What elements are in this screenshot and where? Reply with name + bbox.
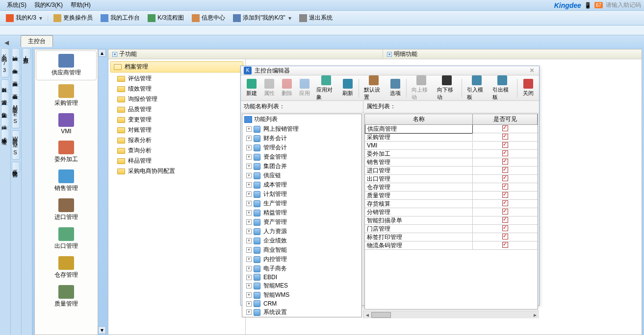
module-item[interactable]: 委外加工	[35, 138, 98, 167]
dtb-选项[interactable]: 选项	[386, 78, 404, 98]
tree-item[interactable]: 变更管理	[108, 115, 245, 125]
expand-icon[interactable]: +	[246, 173, 252, 178]
checkbox-icon[interactable]	[502, 200, 508, 206]
func-tree-item[interactable]: +内控管理	[242, 255, 361, 264]
expand-icon[interactable]: +	[246, 238, 252, 243]
expand-icon[interactable]: +	[246, 275, 252, 280]
vtab-prod-mgmt[interactable]: 生产管理	[12, 61, 20, 72]
dtb-向下移动[interactable]: 向下移动	[434, 74, 460, 102]
dtb-新建[interactable]: 新建	[243, 78, 260, 98]
vtab-myk3[interactable]: 我的K/3	[1, 48, 9, 77]
vtab-supply-chain[interactable]: 供应链	[1, 118, 9, 127]
dtb-刷新[interactable]: 刷新	[339, 78, 357, 98]
tree-item[interactable]: 采购电商协同配置	[108, 166, 245, 176]
func-tree-item[interactable]: +计划管理	[242, 190, 361, 199]
checkbox-icon[interactable]	[502, 150, 508, 156]
tb-add-to-myk3[interactable]: 添加到"我的K/3"	[230, 12, 294, 24]
tb-myk3[interactable]: 我的K/3	[3, 12, 45, 24]
prop-row[interactable]: VMI	[365, 142, 538, 150]
prop-visible[interactable]	[473, 192, 538, 199]
prop-visible[interactable]	[473, 234, 538, 241]
checkbox-icon[interactable]	[502, 184, 508, 190]
prop-row[interactable]: 物流条码管理	[365, 241, 538, 250]
expand-icon[interactable]: +	[246, 182, 252, 188]
dtb-引入模板[interactable]: 引入模板	[464, 74, 489, 102]
vtab-plan-mgmt[interactable]: 计划管理	[12, 48, 20, 59]
checkbox-icon[interactable]	[502, 234, 508, 239]
checkbox-icon[interactable]	[502, 209, 508, 215]
tree-item[interactable]: 评估管理	[108, 73, 245, 84]
func-tree-item[interactable]: +资产管理	[242, 217, 361, 227]
expand-icon[interactable]: +	[246, 257, 252, 262]
menu-help[interactable]: 帮助(H)	[67, 0, 95, 10]
prop-visible[interactable]	[473, 150, 538, 158]
func-tree-item[interactable]: +电子商务	[242, 264, 361, 273]
module-scroll-down[interactable]: ▾	[98, 326, 106, 334]
vtab-hr[interactable]: 人力资源	[23, 48, 31, 59]
func-tree-item[interactable]: +资金管理	[242, 152, 361, 162]
hscrollbar[interactable]: ◂ ▸	[363, 311, 539, 318]
tree-item[interactable]: 询报价管理	[108, 94, 245, 104]
func-tree-item[interactable]: +网上报销管理	[242, 124, 361, 134]
menu-system[interactable]: 系统(S)	[3, 0, 30, 10]
checkbox-icon[interactable]	[502, 134, 508, 140]
tb-flowchart[interactable]: K/3流程图	[145, 12, 187, 24]
expand-icon[interactable]: +	[246, 229, 252, 234]
expand-icon[interactable]: +	[246, 266, 252, 271]
expand-icon[interactable]: +	[246, 219, 252, 225]
prop-visible[interactable]	[473, 242, 538, 249]
prop-visible[interactable]	[473, 225, 538, 233]
module-item[interactable]: 销售管理	[35, 167, 98, 195]
prop-visible[interactable]	[473, 200, 538, 208]
expand-icon[interactable]: +	[246, 164, 252, 169]
prop-header-name[interactable]: 名称	[365, 114, 473, 124]
func-tree-item[interactable]: +智能WMS	[242, 290, 361, 300]
dtb-引出模板[interactable]: 引出模板	[489, 74, 515, 102]
module-item[interactable]: 进口管理	[35, 195, 98, 224]
expand-icon[interactable]: +	[246, 126, 252, 132]
func-tree-item[interactable]: +财务会计	[242, 134, 361, 143]
dtb-应用对象[interactable]: 应用对象	[313, 74, 339, 102]
tree-item[interactable]: 绩效管理	[108, 84, 245, 94]
tab-console[interactable]: 主控台	[21, 35, 53, 47]
func-tree-item[interactable]: +成本管理	[242, 180, 361, 190]
checkbox-icon[interactable]	[502, 192, 508, 198]
expand-icon[interactable]: +	[246, 283, 252, 288]
module-item[interactable]: VMI	[35, 110, 98, 138]
prop-row[interactable]: 门店管理	[365, 225, 538, 233]
prop-row[interactable]: 质量管理	[365, 191, 538, 200]
prop-visible[interactable]	[473, 159, 538, 166]
prop-row[interactable]: 存货核算	[365, 200, 538, 208]
prop-visible[interactable]	[473, 125, 538, 133]
expand-icon[interactable]: +	[246, 154, 252, 160]
prop-visible[interactable]	[473, 142, 538, 149]
tb-message-center[interactable]: 信息中心	[189, 12, 228, 24]
prop-visible[interactable]	[473, 167, 538, 174]
vtab-mgmt-accounting[interactable]: 管理会计	[1, 92, 9, 103]
vtab-mes[interactable]: 智能MES	[12, 99, 20, 128]
prop-header-visible[interactable]: 是否可见	[473, 114, 538, 124]
tree-item[interactable]: 对账管理	[108, 125, 245, 135]
tree-item[interactable]: 品质管理	[108, 104, 245, 115]
vtab-wms[interactable]: 智能WMS	[12, 130, 20, 160]
tree-item[interactable]: 查询分析	[108, 145, 245, 156]
module-item[interactable]: 仓存管理	[35, 253, 98, 282]
checkbox-icon[interactable]	[502, 217, 508, 223]
expand-icon[interactable]: +	[246, 201, 252, 206]
prop-row[interactable]: 销售管理	[365, 158, 538, 167]
func-tree-item[interactable]: +精益管理	[242, 208, 361, 217]
prop-row[interactable]: 分销管理	[365, 208, 538, 216]
vtab-fund-mgmt[interactable]: 资金管理	[12, 86, 20, 97]
vtab-asset-mgmt[interactable]: 资产管理	[12, 73, 20, 84]
prop-row[interactable]: 采购管理	[365, 133, 538, 142]
func-tree-item[interactable]: +集团合并	[242, 162, 361, 171]
func-tree-item[interactable]: +系统设置	[242, 308, 361, 317]
prop-visible[interactable]	[473, 184, 538, 191]
func-tree-item[interactable]: +生产管理	[242, 199, 361, 208]
checkbox-icon[interactable]	[502, 125, 508, 131]
scroll-left-icon[interactable]: ◂	[363, 311, 371, 318]
tb-exit[interactable]: 退出系统	[296, 12, 335, 24]
expand-icon[interactable]: +	[246, 301, 252, 307]
expand-icon[interactable]: +	[246, 310, 252, 315]
scroll-right-icon[interactable]: ▸	[531, 311, 539, 318]
